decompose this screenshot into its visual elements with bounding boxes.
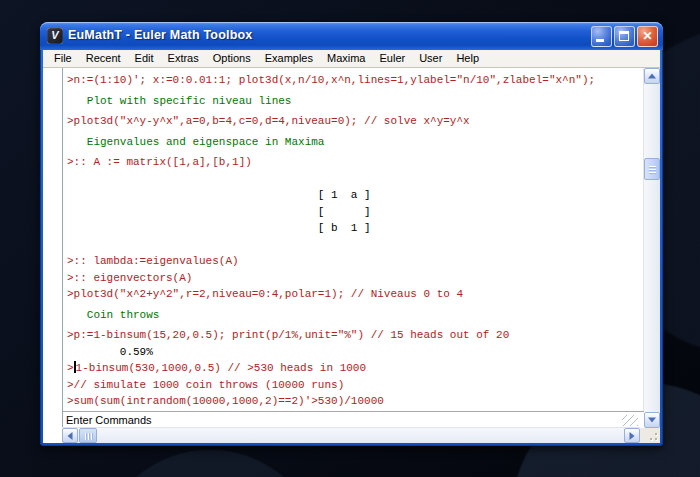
minimize-icon [596, 39, 604, 42]
chevron-right-icon [630, 432, 635, 440]
text-caret [74, 361, 76, 373]
scroll-left-button[interactable] [62, 428, 78, 443]
console-line: >n:=(1:10)'; x:=0:0.01:1; plot3d(x,n/10,… [67, 72, 642, 89]
console-line [67, 171, 642, 188]
thumb-grip-icon [85, 433, 93, 440]
menu-item-examples[interactable]: Examples [258, 50, 320, 67]
console-line: >plot3d("x^y-y^x",a=0,b=4,c=0,d=4,niveau… [67, 113, 642, 130]
maximize-button[interactable] [614, 26, 635, 47]
minimize-button[interactable] [591, 26, 612, 47]
console-output[interactable]: >n:=(1:10)'; x:=0:0.01:1; plot3d(x,n/10,… [62, 68, 644, 411]
chevron-down-icon [648, 418, 656, 423]
window-frame: FileRecentEditExtrasOptionsExamplesMaxim… [43, 50, 660, 443]
horizontal-scroll-thumb[interactable] [79, 428, 97, 443]
horizontal-scrollbar[interactable] [62, 427, 640, 443]
console-line: >sum(sum(intrandom(10000,1000,2)==2)'>53… [67, 393, 642, 410]
command-hint: Enter Commands [66, 414, 152, 426]
menu-item-help[interactable]: Help [449, 50, 486, 67]
vertical-scrollbar[interactable] [643, 68, 660, 428]
console-line: >// simulate 1000 coin throws (10000 run… [67, 377, 642, 394]
close-button[interactable]: ✕ [637, 26, 658, 47]
thumb-grip-icon [649, 166, 656, 174]
chevron-up-icon [648, 74, 656, 79]
command-resize-grip[interactable] [622, 415, 638, 426]
command-input[interactable]: Enter Commands [62, 411, 644, 428]
console-line: Eigenvalues and eigenspace in Maxima [67, 134, 642, 151]
menu-item-edit[interactable]: Edit [128, 50, 161, 67]
console-line [67, 237, 642, 254]
scroll-right-button[interactable] [624, 428, 640, 443]
console-line: Plot with specific niveau lines [67, 93, 642, 110]
app-icon[interactable]: V [47, 28, 63, 44]
app-window: V EuMathT - Euler Math Toolbox ✕ FileRec… [40, 22, 663, 446]
console-line: >plot3d("x^2+y^2",r=2,niveau=0:4,polar=1… [67, 286, 642, 303]
console-line: [ 1 a ] [67, 187, 642, 204]
console-line: [ b 1 ] [67, 220, 642, 237]
scroll-down-button[interactable] [644, 412, 660, 428]
chevron-left-icon [68, 432, 73, 440]
console-line: [ ] [67, 204, 642, 221]
menu-item-options[interactable]: Options [206, 50, 258, 67]
resize-grip[interactable] [640, 428, 660, 443]
window-controls: ✕ [591, 26, 658, 47]
maximize-icon [619, 31, 629, 41]
client-area: >n:=(1:10)'; x:=0:0.01:1; plot3d(x,n/10,… [43, 68, 660, 443]
close-icon: ✕ [638, 27, 657, 46]
console-line: 0.59% [67, 344, 642, 361]
console-line: >1-binsum(530,1000,0.5) // >530 heads in… [67, 360, 642, 377]
title-bar[interactable]: V EuMathT - Euler Math Toolbox ✕ [40, 22, 663, 50]
console-line: >:: lambda:=eigenvalues(A) [67, 253, 642, 270]
console-line: >:: A := matrix([1,a],[b,1]) [67, 154, 642, 171]
menu-item-maxima[interactable]: Maxima [320, 50, 373, 67]
console-line: Coin throws [67, 307, 642, 324]
menu-item-recent[interactable]: Recent [79, 50, 128, 67]
scroll-up-button[interactable] [644, 68, 660, 84]
window-title: EuMathT - Euler Math Toolbox [68, 28, 253, 42]
menu-bar: FileRecentEditExtrasOptionsExamplesMaxim… [43, 50, 660, 68]
menu-item-euler[interactable]: Euler [372, 50, 412, 67]
menu-item-file[interactable]: File [47, 50, 79, 67]
console-line: >p:=1-binsum(15,20,0.5); print(p/1%,unit… [67, 327, 642, 344]
menu-item-user[interactable]: User [412, 50, 449, 67]
menu-item-extras[interactable]: Extras [161, 50, 206, 67]
console-line: >:: eigenvectors(A) [67, 270, 642, 287]
vertical-scroll-thumb[interactable] [644, 158, 660, 180]
